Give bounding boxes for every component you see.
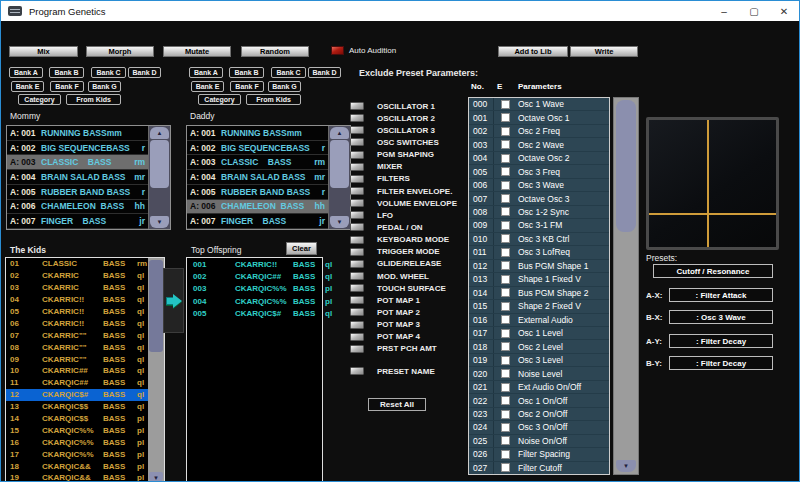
- scroll-thumb[interactable]: [150, 140, 169, 188]
- exclude-led-button[interactable]: [350, 345, 364, 353]
- exclude-led-button[interactable]: [350, 102, 364, 110]
- exclude-led-button[interactable]: [350, 151, 364, 159]
- param-checkbox[interactable]: [501, 207, 510, 216]
- preset-row[interactable]: A: 004BRAIN SALAD BASSmr: [187, 170, 328, 185]
- exclude-led-button[interactable]: [350, 175, 364, 183]
- param-row[interactable]: 001Octave Osc 1: [469, 111, 609, 124]
- clear-button[interactable]: Clear: [286, 242, 317, 255]
- assign-button-ax[interactable]: : Filter Attack: [669, 288, 773, 302]
- scroll-down-icon[interactable]: ▼: [150, 216, 169, 228]
- kid-row[interactable]: 09CKARRIC""BASSql: [6, 353, 148, 365]
- param-row[interactable]: 008Osc 1-2 Sync: [469, 206, 609, 219]
- preset-row[interactable]: A: 005RUBBER BAND BASSr: [187, 185, 328, 200]
- param-row[interactable]: 016External Audio: [469, 314, 609, 327]
- bank-b-button[interactable]: Bank B: [49, 67, 84, 78]
- bank-d-button[interactable]: Bank D: [128, 67, 161, 78]
- exclude-led-button[interactable]: [350, 114, 364, 122]
- bank-b-button[interactable]: Bank B: [229, 67, 264, 78]
- param-row[interactable]: 026Filter Spacing: [469, 448, 609, 461]
- kid-row[interactable]: 13CKARQIC$$BASSql: [6, 401, 148, 413]
- exclude-led-button[interactable]: [350, 138, 364, 146]
- exclude-led-button[interactable]: [350, 211, 364, 219]
- scroll-thumb[interactable]: [330, 140, 349, 188]
- morph-button[interactable]: Morph: [86, 46, 154, 57]
- bank-e-button[interactable]: Bank E: [11, 81, 44, 92]
- scroll-down-icon[interactable]: ▼: [149, 472, 163, 482]
- kid-row[interactable]: 06CKARRIC!!BASSql: [6, 317, 148, 329]
- param-checkbox[interactable]: [501, 450, 510, 459]
- title-bar[interactable]: Program Genetics – ▢ ✕: [1, 1, 799, 21]
- scroll-down-icon[interactable]: ▼: [616, 460, 636, 472]
- param-checkbox[interactable]: [501, 329, 510, 338]
- param-row[interactable]: 017Osc 1 Level: [469, 327, 609, 340]
- from-kids-button[interactable]: From Kids: [246, 94, 301, 105]
- param-row[interactable]: 015Shape 2 Fixed V: [469, 300, 609, 313]
- exclude-led-button[interactable]: [350, 163, 364, 171]
- param-checkbox[interactable]: [501, 221, 510, 230]
- xy-touch-pad[interactable]: [646, 117, 779, 250]
- exclude-led-button[interactable]: [350, 333, 364, 341]
- kid-row[interactable]: 08CKARRIC""BASSql: [6, 341, 148, 353]
- param-checkbox[interactable]: [501, 288, 510, 297]
- param-row[interactable]: 018Osc 2 Level: [469, 340, 609, 353]
- bank-a-button[interactable]: Bank A: [9, 67, 43, 78]
- kid-row[interactable]: 07CKARRIC""BASSql: [6, 329, 148, 341]
- kid-row[interactable]: 18CKARQIC&&BASSpl: [6, 460, 148, 472]
- param-checkbox[interactable]: [501, 410, 510, 419]
- kid-row[interactable]: 10CKARRIC##BASSql: [6, 365, 148, 377]
- param-row[interactable]: 000Osc 1 Wave: [469, 98, 609, 111]
- add-to-lib-button[interactable]: Add to Lib: [498, 46, 568, 57]
- scroll-thumb[interactable]: [616, 100, 636, 232]
- bank-d-button[interactable]: Bank D: [308, 67, 341, 78]
- param-checkbox[interactable]: [501, 127, 510, 136]
- kid-row[interactable]: 02CKARRICBASSql: [6, 270, 148, 282]
- bank-c-button[interactable]: Bank C: [271, 67, 306, 78]
- assign-button-ay[interactable]: : Filter Decay: [669, 334, 773, 348]
- param-row[interactable]: 019Osc 3 Level: [469, 354, 609, 367]
- mutate-button[interactable]: Mutate: [163, 46, 231, 57]
- offspring-row[interactable]: 003CKARQIC%%BASSpl: [187, 283, 322, 295]
- kid-row[interactable]: 04CKARRIC!!BASSql: [6, 294, 148, 306]
- offspring-row[interactable]: 001CKARRIC!!BASSql: [187, 258, 322, 270]
- param-row[interactable]: 007Octave Osc 3: [469, 192, 609, 205]
- param-checkbox[interactable]: [501, 423, 510, 432]
- scroll-down-icon[interactable]: ▼: [330, 216, 349, 228]
- param-checkbox[interactable]: [501, 234, 510, 243]
- exclude-led-button[interactable]: [350, 260, 364, 268]
- exclude-led-button[interactable]: [350, 308, 364, 316]
- kid-row[interactable]: 05CKARRIC!!BASSql: [6, 306, 148, 318]
- kid-row[interactable]: 15CKARQIC%%BASSpl: [6, 424, 148, 436]
- offspring-row[interactable]: 004CKARQIC%%BASSpl: [187, 295, 322, 307]
- kid-row[interactable]: 03CKARRICBASSql: [6, 282, 148, 294]
- write-button[interactable]: Write: [570, 46, 638, 57]
- kids-to-offspring-panel[interactable]: [163, 268, 184, 333]
- exclude-led-button[interactable]: [350, 236, 364, 244]
- param-checkbox[interactable]: [501, 369, 510, 378]
- param-row[interactable]: 010Osc 3 KB Ctrl: [469, 233, 609, 246]
- param-checkbox[interactable]: [501, 181, 510, 190]
- param-row[interactable]: 021Ext Audio On/Off: [469, 381, 609, 394]
- exclude-led-button[interactable]: [350, 367, 364, 375]
- preset-row[interactable]: A: 003CLASSIC BASSrm: [7, 155, 148, 170]
- exclude-led-button[interactable]: [350, 187, 364, 195]
- param-row[interactable]: 006Osc 3 Wave: [469, 179, 609, 192]
- exclude-led-button[interactable]: [350, 248, 364, 256]
- param-row[interactable]: 012Bus PGM Shape 1: [469, 260, 609, 273]
- preset-row[interactable]: A: 003CLASSIC BASSrm: [187, 155, 328, 170]
- preset-row[interactable]: A: 007FINGER BASSjr: [7, 214, 148, 229]
- kid-row[interactable]: 14CKARQIC$$BASSpl: [6, 413, 148, 425]
- param-checkbox[interactable]: [501, 383, 510, 392]
- exclude-led-button[interactable]: [350, 126, 364, 134]
- auto-audition-led[interactable]: [331, 46, 344, 55]
- bank-g-button[interactable]: Bank G: [88, 81, 121, 92]
- assign-button-by[interactable]: : Filter Decay: [669, 356, 773, 370]
- table-scrollbar[interactable]: ▼: [613, 97, 639, 475]
- param-checkbox[interactable]: [501, 113, 510, 122]
- bank-g-button[interactable]: Bank G: [268, 81, 301, 92]
- param-row[interactable]: 025Noise On/Off: [469, 435, 609, 448]
- bank-e-button[interactable]: Bank E: [191, 81, 224, 92]
- param-row[interactable]: 004Octave Osc 2: [469, 152, 609, 165]
- param-row[interactable]: 027Filter Cutoff: [469, 462, 609, 474]
- exclude-led-button[interactable]: [350, 321, 364, 329]
- param-row[interactable]: 013Shape 1 Fixed V: [469, 273, 609, 286]
